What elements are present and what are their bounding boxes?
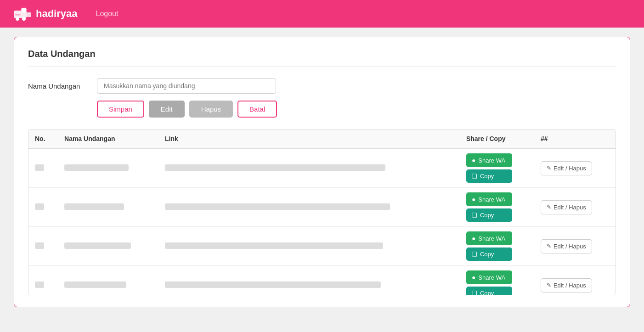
navbar: ━━━ hadiryaa Logout (0, 0, 644, 28)
edit-icon: ✎ (547, 165, 551, 171)
edit-hapus-button[interactable]: ✎ Edit / Hapus (541, 278, 592, 293)
edit-icon: ✎ (547, 204, 551, 210)
col-share-copy: Share / Copy (460, 129, 534, 148)
cell-link (158, 227, 460, 266)
copy-icon: ❏ (472, 173, 477, 180)
copy-label: Copy (480, 212, 494, 219)
cell-link (158, 148, 460, 188)
cell-edit-hapus: ✎ Edit / Hapus (534, 227, 616, 266)
edit-hapus-button[interactable]: ✎ Edit / Hapus (541, 239, 592, 253)
share-wa-label: Share WA (478, 196, 505, 203)
copy-icon: ❏ (472, 212, 477, 219)
share-wa-button[interactable]: ● Share WA (466, 270, 512, 284)
share-wa-label: Share WA (478, 235, 505, 242)
edit-icon: ✎ (547, 243, 551, 249)
svg-point-2 (16, 17, 19, 21)
cell-nama (58, 148, 158, 188)
cell-no (28, 188, 58, 227)
edit-hapus-label: Edit / Hapus (554, 282, 586, 289)
cell-link (158, 188, 460, 227)
form-section: Nama Undangan Simpan Edit Hapus Batal (28, 78, 616, 118)
table-row: ● Share WA ❏ Copy ✎ Edit / Hapus (28, 266, 616, 295)
svg-point-3 (22, 17, 26, 21)
data-table: No. Nama Undangan Link Share / Copy ## (28, 129, 616, 295)
edit-hapus-button[interactable]: ✎ Edit / Hapus (541, 161, 592, 175)
whatsapp-icon: ● (472, 157, 475, 164)
copy-icon: ❏ (472, 290, 477, 295)
logout-link[interactable]: Logout (96, 10, 119, 18)
cell-no (28, 266, 58, 295)
buttons-row: Simpan Edit Hapus Batal (97, 101, 616, 118)
copy-button[interactable]: ❏ Copy (466, 169, 512, 183)
col-link: Link (158, 129, 460, 148)
cell-share-copy: ● Share WA ❏ Copy (460, 266, 534, 295)
page-title: Data Undangan (28, 49, 616, 67)
share-wa-button[interactable]: ● Share WA (466, 192, 512, 206)
copy-icon: ❏ (472, 251, 477, 258)
copy-button[interactable]: ❏ Copy (466, 248, 512, 261)
copy-button[interactable]: ❏ Copy (466, 287, 512, 295)
share-wa-button[interactable]: ● Share WA (466, 231, 512, 245)
edit-hapus-label: Edit / Hapus (554, 243, 586, 250)
table-scroll[interactable]: No. Nama Undangan Link Share / Copy ## (28, 129, 616, 295)
cell-edit-hapus: ✎ Edit / Hapus (534, 148, 616, 188)
form-row-nama: Nama Undangan (28, 78, 616, 94)
cell-nama (58, 227, 158, 266)
table-row: ● Share WA ❏ Copy ✎ Edit / Hapus (28, 148, 616, 188)
share-wa-label: Share WA (478, 274, 505, 281)
logo-icon: ━━━ (14, 7, 32, 21)
cell-share-copy: ● Share WA ❏ Copy (460, 227, 534, 266)
cell-edit-hapus: ✎ Edit / Hapus (534, 266, 616, 295)
brand-logo: ━━━ hadiryaa (14, 7, 78, 21)
edit-hapus-label: Edit / Hapus (554, 165, 586, 172)
table-wrapper: No. Nama Undangan Link Share / Copy ## (28, 129, 616, 295)
cell-no (28, 227, 58, 266)
form-label-nama: Nama Undangan (28, 82, 88, 90)
cell-nama (58, 188, 158, 227)
table-header-row: No. Nama Undangan Link Share / Copy ## (28, 129, 616, 148)
main-card: Data Undangan Nama Undangan Simpan Edit … (14, 37, 630, 307)
copy-label: Copy (480, 251, 494, 258)
share-wa-button[interactable]: ● Share WA (466, 153, 512, 167)
copy-label: Copy (480, 173, 494, 180)
cell-link (158, 266, 460, 295)
cell-edit-hapus: ✎ Edit / Hapus (534, 188, 616, 227)
edit-button[interactable]: Edit (149, 101, 185, 118)
brand-name: hadiryaa (36, 8, 78, 20)
input-nama-undangan[interactable] (97, 78, 276, 94)
simpan-button[interactable]: Simpan (97, 101, 144, 118)
table-row: ● Share WA ❏ Copy ✎ Edit / Hapus (28, 227, 616, 266)
cell-no (28, 148, 58, 188)
cell-nama (58, 266, 158, 295)
batal-button[interactable]: Batal (237, 101, 277, 118)
whatsapp-icon: ● (472, 196, 475, 203)
share-wa-label: Share WA (478, 157, 505, 164)
whatsapp-icon: ● (472, 274, 475, 281)
edit-hapus-button[interactable]: ✎ Edit / Hapus (541, 200, 592, 214)
svg-rect-1 (27, 12, 31, 17)
col-nama: Nama Undangan (58, 129, 158, 148)
col-hash: ## (534, 129, 616, 148)
whatsapp-icon: ● (472, 235, 475, 242)
edit-hapus-label: Edit / Hapus (554, 204, 586, 211)
table-row: ● Share WA ❏ Copy ✎ Edit / Hapus (28, 188, 616, 227)
copy-label: Copy (480, 290, 494, 295)
col-no: No. (28, 129, 58, 148)
copy-button[interactable]: ❏ Copy (466, 208, 512, 222)
hapus-button[interactable]: Hapus (189, 101, 233, 118)
edit-icon: ✎ (547, 282, 551, 288)
svg-text:━━━: ━━━ (14, 13, 21, 17)
cell-share-copy: ● Share WA ❏ Copy (460, 188, 534, 227)
cell-share-copy: ● Share WA ❏ Copy (460, 148, 534, 188)
